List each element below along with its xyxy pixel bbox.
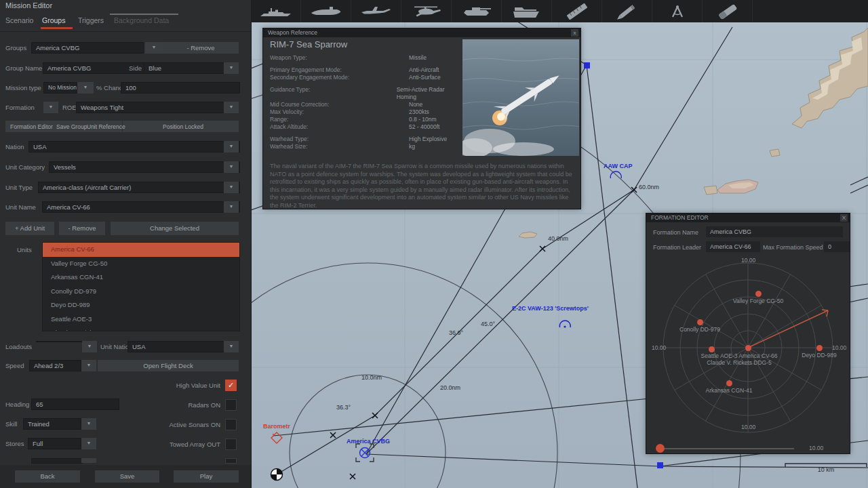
map-scale-label: 10 km — [785, 466, 867, 473]
map-unit-label: 36.3° — [336, 404, 351, 411]
tab-background-data[interactable]: Background Data — [114, 16, 169, 24]
unit-type-dropdown-button[interactable]: ▼ — [224, 182, 239, 193]
max-formation-speed-input[interactable]: 0 — [824, 241, 850, 252]
tab-groups[interactable]: Groups — [42, 16, 65, 24]
unit-name-dropdown-button[interactable]: ▼ — [224, 201, 239, 213]
compass-tool-button[interactable] — [652, 0, 703, 22]
unit-category-dropdown-button[interactable]: ▼ — [224, 161, 239, 173]
add-unit-button[interactable]: + Add Unit — [5, 222, 54, 235]
units-list[interactable]: America CV-66Valley Forge CG-50Arkansas … — [42, 242, 240, 331]
map-unit-label[interactable]: Barometr — [263, 423, 290, 430]
weapon-photo — [462, 39, 579, 156]
stores-select[interactable]: Full — [28, 438, 81, 449]
formation-editor-titlebar[interactable]: FORMATION EDITOR — [646, 214, 850, 222]
heading-input[interactable]: 65 — [31, 399, 119, 410]
close-icon[interactable]: x — [571, 29, 578, 37]
loadouts-dropdown-button[interactable]: ▼ — [82, 341, 97, 352]
submarine-tool-button[interactable] — [301, 0, 351, 22]
unit-list-item[interactable]: Valley Forge CG-50 — [43, 257, 239, 271]
unit-name-select[interactable]: America CV-66 — [42, 201, 240, 213]
loadouts-select[interactable] — [36, 341, 83, 342]
unit-category-select[interactable]: Vessels — [49, 161, 240, 173]
aircraft-tool-button[interactable] — [351, 0, 401, 22]
groups-select[interactable]: America CVBG — [31, 42, 144, 54]
folder-tool-button[interactable] — [502, 0, 552, 22]
map-unit-label[interactable]: AAW CAP — [604, 163, 633, 169]
high-value-unit-checkbox[interactable]: ✓ — [225, 380, 237, 391]
mission-editor-screen: AAW CAPE-2C VAW-123 'Screwtops'America C… — [0, 0, 868, 488]
play-button[interactable]: Play — [174, 470, 239, 483]
unit-list-item[interactable]: Conolly DD-979 — [43, 285, 239, 299]
unit-name-label: Unit Name — [5, 203, 36, 211]
save-group-button[interactable]: Save Group — [56, 123, 87, 130]
formation-unit-dot[interactable] — [755, 291, 762, 297]
unit-nation-select[interactable]: USA — [127, 341, 225, 352]
skill-select[interactable]: Trained — [23, 418, 81, 430]
chance-input[interactable]: 100 — [121, 82, 240, 94]
remove-group-button[interactable]: - Remove — [163, 42, 239, 54]
position-locked-button[interactable]: Position Locked — [163, 123, 203, 130]
formation-leader-select[interactable]: America CV-66 — [706, 241, 760, 252]
radars-on-label: Radars ON — [136, 401, 220, 409]
change-selected-button[interactable]: Change Selected — [111, 222, 239, 235]
warship-tool-button[interactable] — [251, 0, 301, 22]
unit-list-item[interactable]: Arkansas CGN-41 — [43, 270, 239, 285]
formation-zoom-slider-track[interactable] — [658, 448, 794, 449]
open-flight-deck-button[interactable]: Open Flight Deck — [98, 360, 239, 371]
formation-unit-dot[interactable] — [745, 345, 751, 351]
unit-nation-dropdown-button[interactable]: ▼ — [224, 341, 239, 352]
formation-unit-dot[interactable] — [697, 319, 703, 325]
speed-select[interactable]: Ahead 2/3 — [29, 360, 81, 371]
tab-scenario[interactable]: Scenario — [5, 16, 33, 24]
formation-unit-dot[interactable] — [816, 345, 823, 351]
unit-list-item[interactable]: Claude V. Rickets DDG-5 — [43, 326, 239, 331]
save-button[interactable]: Save — [95, 470, 159, 483]
side-dropdown-button[interactable]: ▼ — [224, 62, 239, 74]
tank-tool-button[interactable] — [452, 0, 502, 22]
unit-list-item[interactable]: Deyo DD-989 — [43, 298, 239, 312]
nation-select[interactable]: USA — [28, 141, 240, 152]
formation-dropdown-button[interactable]: ▼ — [43, 102, 58, 113]
formation-unit-dot[interactable] — [709, 346, 715, 352]
active-sonars-on-checkbox[interactable] — [225, 419, 237, 430]
nation-dropdown-button[interactable]: ▼ — [224, 141, 239, 152]
stores-dropdown-button[interactable]: ▼ — [81, 438, 96, 449]
roe-select[interactable]: Weapons Tight — [76, 102, 225, 113]
weapon-stat-row: Warhead Size:kg — [270, 143, 460, 150]
formation-leader-label: Formation Leader — [653, 244, 701, 251]
speed-dropdown-button[interactable]: ▼ — [81, 360, 96, 371]
side-select[interactable]: Blue — [144, 62, 233, 74]
eraser-tool-button[interactable] — [703, 0, 753, 22]
roe-dropdown-button[interactable]: ▼ — [224, 102, 239, 113]
helicopter-tool-button[interactable] — [401, 0, 452, 22]
unit-list-item[interactable]: America CV-66 — [43, 243, 239, 257]
active-sonars-on-label: Active Sonars ON — [136, 421, 220, 428]
unit-placement-toolbar — [251, 0, 868, 22]
map-unit-label[interactable]: E-2C VAW-123 'Screwtops' — [512, 305, 589, 312]
radars-on-checkbox[interactable] — [225, 399, 237, 411]
formation-zoom-slider-knob[interactable] — [656, 444, 665, 453]
map-unit-label[interactable]: America CVBG — [347, 438, 390, 445]
mission-type-select[interactable]: No Mission — [43, 82, 77, 94]
groups-label: Groups — [5, 44, 26, 52]
unit-type-select[interactable]: America-class (Aircraft Carrier) — [38, 182, 240, 193]
towed-array-out-checkbox[interactable] — [225, 439, 237, 450]
back-button[interactable]: Back — [15, 470, 80, 483]
remove-unit-button[interactable]: - Remove — [59, 222, 105, 235]
high-value-unit-label: High Value Unit — [136, 382, 220, 389]
weapon-reference-titlebar[interactable]: Weapon Reference — [263, 28, 580, 37]
tab-triggers[interactable]: Triggers — [78, 16, 104, 24]
mission-type-dropdown-button[interactable]: ▼ — [77, 82, 94, 94]
weapon-stat-row: Primary Engagement Mode:Anti-Aircraft — [270, 66, 460, 74]
clipped-dropdown — [81, 458, 96, 463]
groups-dropdown-button[interactable]: ▼ — [145, 42, 163, 54]
formation-name-input[interactable]: America CVBG — [706, 226, 843, 237]
unit-reference-button[interactable]: Unit Reference — [87, 123, 125, 130]
ruler-tool-button[interactable] — [552, 0, 602, 22]
formation-editor-button[interactable]: Formation Editor — [10, 123, 53, 130]
pencil-tool-button[interactable] — [602, 0, 652, 22]
close-icon[interactable]: X — [840, 214, 848, 222]
formation-unit-dot[interactable] — [726, 380, 732, 386]
skill-dropdown-button[interactable]: ▼ — [81, 418, 96, 430]
unit-list-item[interactable]: Seattle AOE-3 — [43, 312, 239, 327]
